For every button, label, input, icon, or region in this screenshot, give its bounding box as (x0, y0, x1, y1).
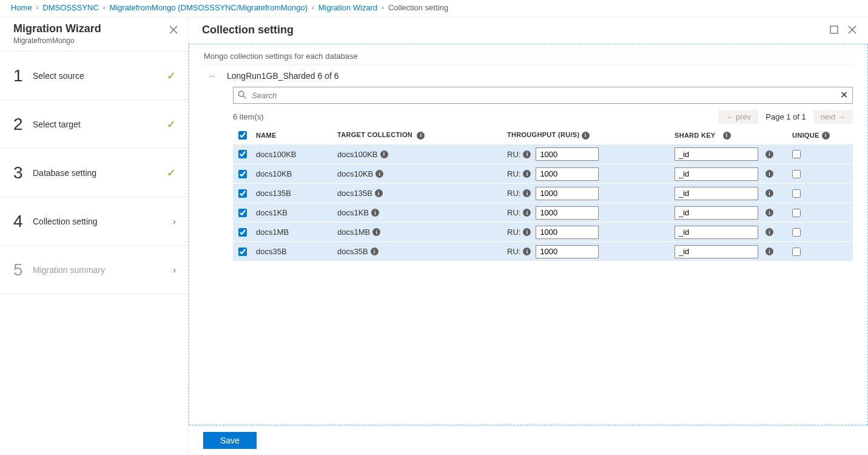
breadcrumb-migration-wizard[interactable]: Migration Wizard (318, 3, 378, 12)
throughput-input[interactable] (536, 167, 599, 181)
row-name: docs35B (252, 247, 337, 256)
unique-checkbox[interactable] (792, 228, 801, 237)
content-pane: Collection setting Mongo collection sett… (189, 18, 868, 455)
info-icon[interactable]: i (765, 209, 773, 217)
wizard-sidebar: Migration Wizard MigratefromMongo 1Selec… (0, 18, 189, 455)
table-row: docs35Bdocs35B iRU: i i (233, 241, 853, 261)
page-title: Collection setting (202, 24, 294, 36)
unique-checkbox[interactable] (792, 209, 801, 217)
throughput-input[interactable] (536, 206, 599, 220)
info-icon[interactable]: i (371, 209, 379, 217)
save-button[interactable]: Save (203, 432, 257, 449)
row-checkbox[interactable] (238, 228, 247, 237)
prev-page-button[interactable]: ← prev (718, 110, 758, 124)
step-label: Database setting (33, 168, 96, 178)
pager: ← prev Page 1 of 1 next → (718, 110, 853, 124)
breadcrumb-current: Collection setting (388, 3, 448, 12)
row-target: docs35B (337, 247, 368, 256)
step-label: Select target (33, 120, 81, 129)
unique-checkbox[interactable] (792, 189, 801, 198)
info-icon[interactable]: i (765, 150, 773, 158)
row-checkbox[interactable] (238, 248, 247, 256)
step-number: 1 (13, 66, 30, 86)
info-icon[interactable]: i (523, 248, 531, 255)
throughput-input[interactable] (536, 226, 599, 239)
search-icon (238, 90, 246, 99)
info-icon[interactable]: i (523, 209, 531, 217)
shard-key-input[interactable] (675, 167, 758, 181)
info-icon[interactable]: i (523, 150, 531, 158)
unique-checkbox[interactable] (792, 150, 801, 158)
throughput-input[interactable] (536, 147, 599, 161)
info-icon[interactable]: i (523, 170, 531, 178)
step-label: Select source (33, 71, 84, 81)
info-icon[interactable]: i (765, 228, 773, 236)
unique-checkbox[interactable] (792, 170, 801, 178)
info-icon[interactable]: i (723, 132, 731, 140)
close-content-button[interactable] (847, 25, 857, 35)
breadcrumb-home[interactable]: Home (11, 3, 32, 12)
info-icon[interactable]: i (765, 189, 773, 197)
breadcrumb-migratefrommongo[interactable]: MigratefromMongo (DMSOSSSYNC/Migratefrom… (110, 3, 308, 12)
col-shard-header: SHARD KEY (675, 132, 716, 139)
info-icon[interactable]: i (523, 228, 531, 236)
row-checkbox[interactable] (238, 189, 247, 198)
ru-label: RU: (507, 169, 520, 178)
shard-key-input[interactable] (675, 206, 758, 220)
shard-key-input[interactable] (675, 226, 758, 239)
close-icon (848, 25, 856, 34)
ru-label: RU: (507, 228, 520, 237)
info-icon[interactable]: i (417, 132, 425, 140)
step-number: 4 (13, 212, 30, 231)
chevron-right-icon: › (173, 217, 176, 226)
row-name: docs100KB (252, 150, 337, 159)
item-count: 6 item(s) (233, 112, 264, 121)
shard-key-input[interactable] (675, 187, 758, 200)
wizard-step-4[interactable]: 4Collection setting› (0, 197, 188, 246)
chevron-up-icon: ︿ (209, 70, 216, 81)
ru-label: RU: (507, 247, 520, 256)
close-sidebar-button[interactable] (167, 24, 180, 36)
throughput-input[interactable] (536, 187, 599, 200)
check-icon: ✓ (167, 118, 176, 131)
info-icon[interactable]: i (765, 170, 773, 178)
throughput-input[interactable] (536, 245, 599, 258)
wizard-step-2[interactable]: 2Select target✓ (0, 100, 188, 149)
shard-key-input[interactable] (675, 245, 758, 258)
info-icon[interactable]: i (765, 248, 773, 255)
row-name: docs10KB (252, 169, 337, 178)
chevron-right-icon: › (312, 4, 314, 11)
wizard-step-1[interactable]: 1Select source✓ (0, 52, 188, 100)
next-page-button[interactable]: next → (813, 110, 853, 124)
select-all-checkbox[interactable] (238, 131, 247, 140)
wizard-step-3[interactable]: 3Database setting✓ (0, 149, 188, 197)
row-checkbox[interactable] (238, 150, 247, 158)
wizard-step-5[interactable]: 5Migration summary› (0, 246, 188, 294)
breadcrumb-dmsosssync[interactable]: DMSOSSSYNC (42, 3, 98, 12)
info-icon[interactable]: i (375, 189, 383, 197)
group-header[interactable]: ︿ LongRun1GB_Sharded 6 of 6 (204, 64, 853, 87)
info-icon[interactable]: i (523, 189, 531, 197)
shard-key-input[interactable] (675, 147, 758, 161)
table-row: docs10KBdocs10KB iRU: i i (233, 164, 853, 183)
maximize-icon (830, 25, 838, 34)
clear-search-button[interactable]: ✕ (840, 89, 848, 101)
row-name: docs1KB (252, 208, 337, 217)
info-icon[interactable]: i (582, 132, 590, 140)
info-icon[interactable]: i (371, 248, 378, 255)
svg-point-1 (238, 91, 244, 96)
search-input[interactable] (233, 87, 853, 104)
info-icon[interactable]: i (380, 150, 388, 158)
chevron-right-icon: › (382, 4, 384, 11)
info-icon[interactable]: i (372, 228, 380, 236)
unique-checkbox[interactable] (792, 248, 801, 256)
chevron-right-icon: › (36, 4, 39, 11)
info-icon[interactable]: i (375, 170, 383, 178)
info-icon[interactable]: i (822, 132, 830, 140)
row-target: docs1KB (337, 208, 369, 217)
close-icon (169, 25, 178, 34)
maximize-button[interactable] (829, 25, 839, 35)
row-checkbox[interactable] (238, 209, 247, 217)
row-name: docs1MB (252, 228, 337, 237)
row-checkbox[interactable] (238, 170, 247, 178)
